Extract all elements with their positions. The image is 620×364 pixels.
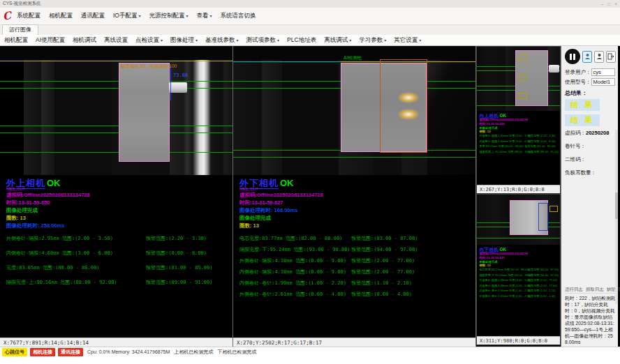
camera-image-lower[interactable]: AI检测框 <box>233 46 475 175</box>
measurement-row: 电芯宽度:83.77mm 范围:(82.00 - 88.00) 预警范围:(83… <box>239 235 469 242</box>
warning-range-text: 预警范围:(94.00 - 97.00) <box>351 246 418 253</box>
thumbnail-column: 内上相机OK 虚拟码:Offline20250208133134728 时间:1… <box>476 46 561 347</box>
menu-item[interactable]: 系统语言切换 <box>220 12 256 20</box>
toolbar-item[interactable]: 基准线参数▾ <box>205 36 239 45</box>
camera-thumb-upper-inner[interactable]: 内上相机OK 虚拟码:Offline20250208133134728 时间:1… <box>476 46 561 194</box>
menu-item[interactable]: 光源控制配置▾ <box>149 12 188 20</box>
info-field: 虚拟码：20250208 <box>565 130 616 137</box>
camera-thumb-lower-inner[interactable]: 内下相机OK 虚拟码:Offline20250208133134728 时间:1… <box>476 194 561 345</box>
total-result-label: 总结果： <box>565 89 616 97</box>
chevron-down-icon: ▾ <box>195 38 198 43</box>
measurement-text: 隔膜宽度-上:90.56mm 范围:(88.00 - 92.00) <box>6 279 146 286</box>
toolbar-item[interactable]: 图像处理▾ <box>170 36 198 45</box>
right-sidebar: 登录用户：cys 使用型号：Model1 总结果： 结 果 结 果 虚拟码：20… <box>561 46 618 347</box>
measurement-text: 宽度:83.05mm 范围:(80.00 - 86.00) <box>6 264 146 271</box>
measurement-text: 内侧卷针-隔膜:4.38mm 范围:(0.00 - 9.00) <box>239 268 351 275</box>
camera-panel-upper-outer: 73.68 极耳阈值:93，吻合阈值:100 外上相机OK MES_OUT 虚拟… <box>0 46 233 347</box>
roi-box <box>519 55 527 61</box>
cpu-memory-text: Cpu: 0.0% Memory: 3424.41796875M <box>87 349 170 354</box>
measure-cursor-line <box>170 66 171 100</box>
minimize-button[interactable]: – <box>601 1 604 6</box>
measurement-rows: 外侧卷针-隔膜:2.95mm 范围:(2.00 - 3.50) 预警范围:(2.… <box>0 229 232 338</box>
log-tab[interactable]: 抓取日志 <box>586 287 604 293</box>
toolbar-item[interactable]: AI使用配置 <box>36 36 65 45</box>
time-text: 时间:13-31-59-650 <box>6 199 226 206</box>
pixel-coord-bar: X:267;Y:13;R:0;G:0;B:0 <box>477 185 560 193</box>
warning-range-text: 预警范围:(2.00 - 77.00) <box>351 268 415 275</box>
measure-value-label: 73.68 <box>173 73 188 78</box>
reference-line <box>0 61 232 61</box>
toolbar-item[interactable]: 离线设置 <box>104 36 128 45</box>
warning-range-text: 预警范围:(0.60 - 4.00) <box>351 291 412 298</box>
measurement-row: 外侧卷针-隔膜:4.38mm 范围:(0.00 - 9.00) 预警范围:(2.… <box>239 257 469 264</box>
main-menu: 系统配置 相机配置 通讯配置 IO手配置▾ 光源控制配置▾ 查看▾ 系统语言切换 <box>17 12 256 20</box>
log-tab[interactable]: 缺陷日志 <box>607 287 620 293</box>
chevron-down-icon: ▾ <box>186 14 188 18</box>
result-info-block: 外上相机OK MES_OUT 虚拟码:Offline20250208133134… <box>0 175 232 229</box>
pause-button[interactable] <box>565 49 580 64</box>
measurement-row: 内侧卷针-隔膜:4.38mm 范围:(0.00 - 9.00) 预警范围:(2.… <box>239 268 469 275</box>
toolbar-item[interactable]: 学习参数▾ <box>359 36 386 45</box>
measurement-row: 隔膜宽度-上:90.56mm 范围:(88.00 - 92.00) 预警范围:(… <box>6 279 226 286</box>
measurement-row: 隔膜宽度-下:95.24mm 范围:(93.00 - 98.00) 预警范围:(… <box>239 246 469 253</box>
login-user-value: cys <box>591 68 615 76</box>
ai-box-label: AI检测框 <box>344 55 362 61</box>
measurement-text: 外侧卷针-隔膜:4.38mm 范围:(0.00 - 9.00) <box>239 257 351 264</box>
result-box-lower: 结 果 <box>565 114 600 126</box>
exit-button[interactable] <box>606 51 616 63</box>
maximize-button[interactable]: □ <box>607 1 610 6</box>
thumb-info-block: 内下相机OK 虚拟码:Offline20250208133134728 时间:1… <box>477 245 558 298</box>
measure-line <box>0 152 232 153</box>
measurement-row: 外侧卷针-隔膜:2.95mm 范围:(2.00 - 3.50) 预警范围:(2.… <box>6 235 226 242</box>
menu-item[interactable]: IO手配置▾ <box>113 12 141 20</box>
roi-box <box>519 75 527 81</box>
title-bar: CYS-视觉检测系统 – □ × <box>0 0 620 8</box>
pixel-coord-bar: X:311;Y:980;R:0;G:0;B:0 <box>477 336 560 344</box>
warning-range-text: 预警范围:(89.00 - 91.00) <box>146 279 212 286</box>
toolbar-item[interactable]: 测试项参数▾ <box>246 36 280 45</box>
control-buttons <box>565 49 616 64</box>
menu-item[interactable]: 通讯配置 <box>81 12 105 20</box>
toolbar-item[interactable]: PLC地址表 <box>287 36 316 45</box>
threshold-overlay-label: 极耳阈值:93，吻合阈值:100 <box>121 63 177 70</box>
toolbar-item[interactable]: 点检设置▾ <box>135 36 163 45</box>
login-user-button[interactable] <box>582 51 592 63</box>
info-fields: 虚拟码：20250208 卷针号： 二维码： 负极耳数量： <box>565 130 616 183</box>
sidebar-scrollbar[interactable] <box>615 130 618 304</box>
toolbar-item[interactable]: 相机调试 <box>73 36 96 45</box>
menu-item[interactable]: 系统配置 <box>17 12 40 20</box>
log-tab[interactable]: 运行日志 <box>565 287 583 293</box>
warning-range-text: 预警范围:(2.00 - 77.00) <box>351 257 415 264</box>
user-icon <box>596 53 603 60</box>
thumb-image <box>477 47 560 111</box>
measurement-text: 外侧卷针-卷针:2.61mm 范围:(0.60 - 4.00) <box>239 291 351 298</box>
toolbar-item[interactable]: 离线调试▾ <box>324 36 351 45</box>
close-button[interactable]: × <box>614 1 617 6</box>
reference-line-cyan <box>233 61 341 62</box>
chevron-down-icon: ▾ <box>237 38 239 43</box>
measure-line <box>0 126 232 126</box>
menu-item[interactable]: 相机配置 <box>49 12 73 20</box>
toolbar-item[interactable]: 其它设置▾ <box>394 36 421 45</box>
model-label: 使用型号： <box>565 79 591 85</box>
warning-range-text: 预警范围:(1.10 - 2.10) <box>351 280 412 287</box>
model-select[interactable]: Model1 <box>591 78 615 86</box>
measure-line <box>0 88 232 89</box>
menu-item[interactable]: 查看▾ <box>196 12 212 20</box>
upper-camera-status: 上相机已检测完成 <box>174 349 213 356</box>
barcode-text: 虚拟码:Offline20250208133134728 <box>6 191 226 199</box>
warning-range-text: 预警范围:(2.20 - 3.30) <box>146 235 207 242</box>
roi-box <box>538 203 548 231</box>
chevron-down-icon: ▾ <box>138 14 140 18</box>
product-region <box>119 63 170 162</box>
toolbar-item[interactable]: 相机配置 <box>4 36 28 45</box>
thumb-info-block: 内上相机OK 虚拟码:Offline20250208133134728 时间:1… <box>477 111 558 153</box>
turns-text: 圈数: 13 <box>239 222 469 229</box>
menu-bar: C 系统配置 相机配置 通讯配置 IO手配置▾ 光源控制配置▾ 查看▾ 系统语言… <box>0 8 620 25</box>
measurement-text: 电芯宽度:83.77mm 范围:(82.00 - 88.00) <box>239 235 351 242</box>
user-manage-button[interactable] <box>594 51 604 63</box>
app-window: CYS-视觉检测系统 – □ × C 系统配置 相机配置 通讯配置 IO手配置▾… <box>0 0 620 364</box>
scrollbar-thumb[interactable] <box>615 192 618 219</box>
tab-run-image[interactable]: 运行图像 <box>2 24 38 35</box>
camera-image-upper[interactable]: 73.68 极耳阈值:93，吻合阈值:100 <box>0 46 232 175</box>
